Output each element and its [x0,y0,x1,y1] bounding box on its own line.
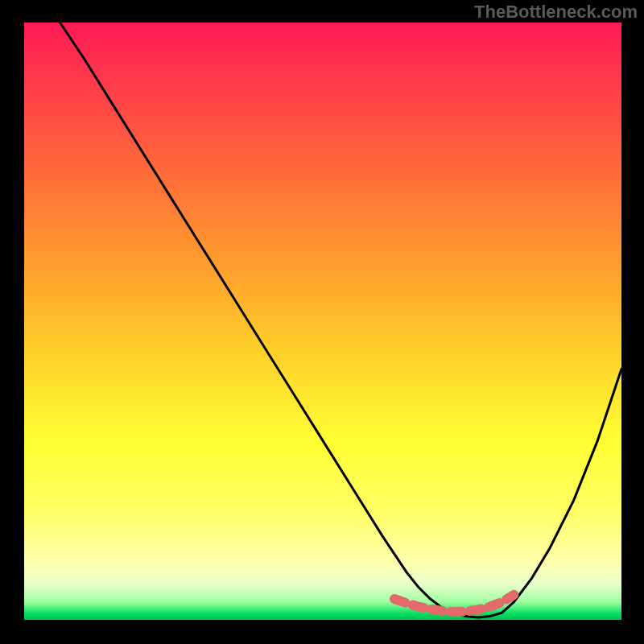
attribution-label: TheBottleneck.com [474,2,638,23]
optimal-range-highlight [394,595,514,613]
chart-container: TheBottleneck.com [0,0,644,644]
bottleneck-curve [60,23,621,617]
chart-svg [24,23,621,620]
plot-area [24,23,621,620]
